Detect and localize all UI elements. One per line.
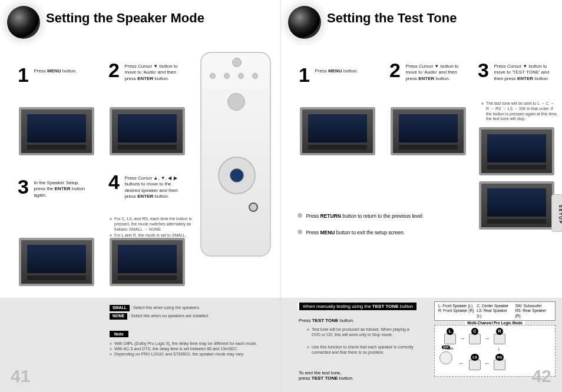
step-number: 4: [108, 173, 120, 191]
step-text: Press Cursor ▼ button to move to 'Audio'…: [122, 61, 187, 82]
flow-title: Multi-Channel Pro Logic Mode: [465, 321, 525, 325]
page-left: Setting the Speaker Mode 1 Press MENU bu…: [0, 0, 281, 392]
arrow-icon: [484, 361, 490, 367]
step-text: Press MENU button.: [312, 66, 370, 74]
step-text: In the Speaker Setup, press the ENTER bu…: [31, 178, 89, 198]
page-number-right: 42: [532, 366, 551, 386]
step-number: 1: [18, 66, 29, 84]
step-2: 2 Press Cursor ▼ button to move to 'Audi…: [389, 61, 478, 82]
note-text: With DⅡPL (Dolby Pro Logic II), the dela…: [114, 341, 257, 346]
step-number: 2: [389, 61, 401, 79]
page-right-title: Setting the Test Tone: [327, 11, 457, 26]
bullet-text: Use this function to check that each spe…: [312, 345, 414, 354]
none-text: : Select this when no speakers are insta…: [128, 314, 209, 318]
bullet-text: For C, LS, and RS, each time the button …: [114, 217, 192, 231]
menu-line: Press MENU button to exit the setup scre…: [297, 230, 468, 235]
small-none-row: SMALL : Select this when using the speak…: [110, 305, 269, 320]
step-number: 1: [299, 66, 310, 84]
step-2: 2 Press Cursor ▼ button to move to 'Audi…: [108, 61, 197, 82]
end-testtone-line: To end the test tone, press TEST TONE bu…: [299, 365, 353, 381]
screenshot-3a: [479, 127, 554, 175]
step-4-bullets: For C, LS, and RS, each time the button …: [110, 217, 192, 238]
step-text: Press Cursor ▼ button to move to 'Audio'…: [403, 61, 468, 82]
step-number: 3: [478, 61, 489, 79]
bullet-text: For L and R, the mode is set to SMALL.: [114, 233, 187, 237]
speaker-r-icon: R: [494, 334, 505, 344]
note-label: Note: [110, 331, 128, 337]
screenshot-2: [110, 107, 185, 155]
start-label: Start: [447, 347, 454, 350]
screenshot-3b: [479, 181, 554, 230]
page-number-left: 41: [11, 366, 30, 386]
small-text: : Select this when using the speakers.: [131, 305, 200, 310]
arrow-icon: [496, 346, 503, 352]
speaker-rs-icon: RS: [494, 360, 505, 370]
legend-r: R: Front Speaker (R): [438, 308, 474, 318]
step-1: 1 Press MENU button.: [299, 66, 381, 84]
step-4: 4 Press Cursor ▲, ▼, ◀ ,▶ buttons to mov…: [108, 173, 197, 200]
enter-button-icon: [230, 168, 244, 182]
setup-tab: SETUP: [551, 194, 562, 232]
manual-spread: Setting the Speaker Mode 1 Press MENU bu…: [0, 0, 562, 392]
screenshot-2: [391, 107, 466, 155]
screenshot-1: [300, 107, 375, 155]
step-number: 3: [18, 178, 29, 196]
step-3: 3 In the Speaker Setup, press the ENTER …: [18, 178, 100, 198]
bullet-text: Test tone will be produced as follows: W…: [312, 327, 409, 337]
step-3: 3 Press Cursor ▼ button to move to 'TEST…: [478, 61, 560, 82]
page-left-title: Setting the Speaker Mode: [46, 11, 204, 26]
arrow-icon: [459, 335, 465, 341]
manual-heading: When manually testing using the TEST TON…: [297, 303, 416, 310]
none-label: NONE: [110, 313, 127, 320]
page-right: Setting the Test Tone 1 Press MENU butto…: [281, 0, 562, 392]
arrow-icon: [458, 361, 464, 367]
speaker-c-icon: C: [469, 334, 481, 344]
return-line: Press RETURN button to return to the pre…: [297, 213, 468, 219]
step-text: Press MENU button.: [31, 66, 89, 74]
list-bullet-icon: [297, 230, 302, 234]
test-tone-button-icon: [249, 202, 258, 212]
arrow-icon: [484, 335, 490, 341]
note-text: With AC-3 and DTS, the delay time is set…: [114, 347, 239, 351]
press-testtone-line: Press TEST TONE button.: [299, 318, 354, 323]
remote-dpad: [218, 157, 256, 194]
step-text: Press Cursor ▲, ▼, ◀ ,▶ buttons to move …: [122, 173, 187, 200]
legend-sw: SW: Subwoofer: [515, 304, 551, 308]
step-number: 2: [108, 61, 120, 79]
note-text: Depending on PRO LOGIC and STEREO, the s…: [114, 352, 244, 356]
screenshot-1: [19, 107, 94, 155]
step-1: 1 Press MENU button.: [18, 66, 100, 84]
speaker-l-icon: L: [444, 334, 456, 344]
section-speaker-icon: [7, 6, 40, 39]
section-speaker-icon: [288, 6, 321, 39]
legend-ls: LS: Rear Speaker (L): [477, 308, 513, 318]
note-block: Note With DⅡPL (Dolby Pro Logic II), the…: [110, 327, 269, 357]
speaker-sw-icon: SW: [439, 351, 452, 364]
step-text: Press Cursor ▼ button to move to 'TEST T…: [491, 61, 550, 82]
list-bullet-icon: [297, 213, 302, 218]
speaker-legend-box: L: Front Speaker (L) C: Center Speaker S…: [434, 301, 556, 321]
speaker-ls-icon: LS: [469, 360, 481, 370]
screenshot-4: [110, 238, 185, 286]
legend-rs: RS: Rear Speaker (R): [515, 308, 551, 318]
bullet-text: The test tone will be sent to L → C → R …: [486, 101, 558, 121]
legend-c: C: Center Speaker: [477, 304, 513, 308]
remote-illustration: [200, 52, 271, 257]
small-label: SMALL: [110, 305, 130, 311]
legend-l: L: Front Speaker (L): [438, 304, 474, 308]
screenshot-3: [19, 238, 94, 286]
